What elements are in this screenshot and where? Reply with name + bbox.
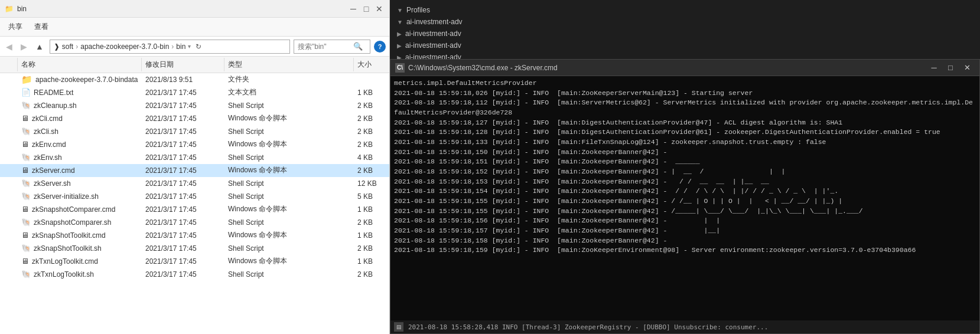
cmd-file-icon: 🖥 xyxy=(21,114,29,123)
file-cell-checkbox xyxy=(0,92,18,93)
file-cell-type: Shell Script xyxy=(224,218,354,227)
minimize-button[interactable]: ─ xyxy=(348,4,359,14)
col-header-name[interactable]: 名称 xyxy=(18,58,142,71)
view-label: 查看 xyxy=(34,22,48,32)
table-row[interactable]: 🖥 zkTxnLogToolkit.cmd 2021/3/17 17:45 Wi… xyxy=(0,255,389,268)
help-icon[interactable]: ? xyxy=(374,41,386,53)
table-row[interactable]: 🐚 zkEnv.sh 2021/3/17 17:45 Shell Script … xyxy=(0,151,389,164)
file-cell-size: 2 KB xyxy=(354,218,389,227)
file-name-label: zkCleanup.sh xyxy=(34,101,77,110)
file-cell-size: 1 KB xyxy=(354,231,389,240)
table-row[interactable]: 🐚 zkServer-initialize.sh 2021/3/17 17:45… xyxy=(0,190,389,203)
file-cell-type: Shell Script xyxy=(224,244,354,253)
address-path[interactable]: ❱ soft › apache-zookeeper-3.7.0-bin › bi… xyxy=(50,40,290,54)
file-cell-size: 4 KB xyxy=(354,153,389,162)
chevron-down-icon: ▾ xyxy=(188,43,191,50)
cmd-line: 2021-08-18 15:59:18,157 [myid:] - INFO [… xyxy=(394,226,976,236)
cmd-line: 2021-08-18 15:59:18,158 [myid:] - INFO [… xyxy=(394,236,976,246)
file-cell-modified: 2021/3/17 17:45 xyxy=(142,205,224,214)
vscode-sidebar-item[interactable]: ▼ Profiles xyxy=(395,5,975,15)
breadcrumb-zookeeper[interactable]: apache-zookeeper-3.7.0-bin xyxy=(80,42,169,51)
file-cell-name: 🖥 zkSnapShotToolkit.cmd xyxy=(18,230,142,240)
cmd-content[interactable]: metrics.impl.DefaultMetricsProvider2021-… xyxy=(390,76,979,320)
col-header-type[interactable]: 类型 xyxy=(224,58,354,71)
file-cell-type: Shell Script xyxy=(224,192,354,201)
file-cell-size: 2 KB xyxy=(354,127,389,136)
close-button[interactable]: ✕ xyxy=(374,4,385,14)
file-cell-type: Shell Script xyxy=(224,179,354,188)
cmd-line: 2021-08-18 15:59:18,128 [myid:] - INFO [… xyxy=(394,127,976,137)
vscode-folder-label: ai-investment-adv xyxy=(405,41,461,50)
file-cell-modified: 2021/3/17 17:45 xyxy=(142,101,224,110)
maximize-button[interactable]: □ xyxy=(361,4,372,14)
file-cell-type: 文本文档 xyxy=(224,87,354,98)
table-row[interactable]: 🐚 zkCleanup.sh 2021/3/17 17:45 Shell Scr… xyxy=(0,99,389,112)
search-box[interactable]: 🔍 xyxy=(294,40,370,54)
cmd-line: 2021-08-18 15:59:18,154 [myid:] - INFO [… xyxy=(394,186,976,197)
share-button[interactable]: 共享 xyxy=(5,21,26,33)
shell-icon: 🐚 xyxy=(21,179,31,188)
file-cell-name: 🐚 zkServer.sh xyxy=(18,178,142,188)
folder-icon-title: 📁 xyxy=(5,5,14,13)
file-name-label: zkSnapShotToolkit.sh xyxy=(34,244,102,253)
table-row[interactable]: 🐚 zkServer.sh 2021/3/17 17:45 Shell Scri… xyxy=(0,177,389,190)
file-name-label: zkCli.cmd xyxy=(32,114,63,123)
table-row[interactable]: 🐚 zkSnapShotToolkit.sh 2021/3/17 17:45 S… xyxy=(0,242,389,255)
file-cell-modified: 2021/3/17 17:45 xyxy=(142,153,224,162)
cmd-minimize-button[interactable]: ─ xyxy=(926,62,942,74)
cmd-line: 2021-08-18 15:59:18,133 [myid:] - INFO [… xyxy=(394,137,976,148)
window-title: bin xyxy=(17,5,27,13)
file-cell-checkbox xyxy=(0,170,18,171)
file-cell-checkbox xyxy=(0,183,18,184)
share-label: 共享 xyxy=(8,22,22,32)
table-row[interactable]: 🖥 zkCli.cmd 2021/3/17 17:45 Windows 命令脚本… xyxy=(0,112,389,125)
table-row[interactable]: 🐚 zkCli.sh 2021/3/17 17:45 Shell Script … xyxy=(0,125,389,138)
col-header-modified[interactable]: 修改日期 xyxy=(142,58,224,71)
doc-icon: 📄 xyxy=(21,88,31,97)
title-bar-controls: ─ □ ✕ xyxy=(348,4,385,14)
table-row[interactable]: 📄 README.txt 2021/3/17 17:45 文本文档 1 KB xyxy=(0,86,389,99)
file-cell-modified: 2021/3/17 17:45 xyxy=(142,218,224,227)
forward-button[interactable]: ▶ xyxy=(18,41,30,53)
status-text: 2021-08-18 15:58:28,418 INFO [Thread-3] … xyxy=(408,323,768,331)
table-row[interactable]: 🖥 zkEnv.cmd 2021/3/17 17:45 Windows 命令脚本… xyxy=(0,138,389,151)
col-header-size[interactable]: 大小 xyxy=(354,58,389,71)
breadcrumb-soft[interactable]: soft xyxy=(62,42,73,51)
file-cell-checkbox xyxy=(0,196,18,197)
shell-icon: 🐚 xyxy=(21,101,31,110)
file-cell-type: Windows 命令脚本 xyxy=(224,113,354,124)
table-row[interactable]: 📁 apache-zookeeper-3.7.0-bindata 2021/8/… xyxy=(0,73,389,86)
shell-icon: 🐚 xyxy=(21,192,31,201)
breadcrumb-bin[interactable]: bin xyxy=(176,42,185,51)
cmd-file-icon: 🖥 xyxy=(21,205,29,214)
file-cell-type: Shell Script xyxy=(224,101,354,110)
search-input[interactable] xyxy=(298,42,351,51)
file-cell-checkbox xyxy=(0,157,18,158)
file-name-label: README.txt xyxy=(34,89,73,97)
vscode-sidebar-item[interactable]: ▼ ai-investment-adv xyxy=(395,17,975,27)
shell-icon: 🐚 xyxy=(21,270,31,279)
file-cell-size: 2 KB xyxy=(354,140,389,149)
cmd-close-button[interactable]: ✕ xyxy=(959,62,975,74)
vscode-sidebar: ▼ Profiles ▼ ai-investment-adv ▶ ai-inve… xyxy=(390,2,980,59)
sep1: › xyxy=(76,42,78,51)
table-row[interactable]: 🖥 zkSnapshotComparer.cmd 2021/3/17 17:45… xyxy=(0,203,389,216)
table-row[interactable]: 🖥 zkServer.cmd 2021/3/17 17:45 Windows 命… xyxy=(0,164,389,177)
table-row[interactable]: 🖥 zkSnapShotToolkit.cmd 2021/3/17 17:45 … xyxy=(0,229,389,242)
refresh-button[interactable]: ↻ xyxy=(196,42,201,51)
view-button[interactable]: 查看 xyxy=(31,21,52,33)
vscode-sidebar-item[interactable]: ▶ ai-investment-adv xyxy=(395,40,975,51)
file-cell-type: 文件夹 xyxy=(224,74,354,85)
sep2: › xyxy=(171,42,174,51)
cmd-line: 2021-08-18 15:59:18,155 [myid:] - INFO [… xyxy=(394,207,976,217)
up-button[interactable]: ▲ xyxy=(33,41,46,53)
file-name-label: zkSnapshotComparer.cmd xyxy=(32,205,115,214)
file-cell-name: 🐚 zkSnapshotComparer.sh xyxy=(18,217,142,227)
back-button[interactable]: ◀ xyxy=(4,41,15,53)
file-cell-type: Shell Script xyxy=(224,270,354,279)
table-row[interactable]: 🐚 zkSnapshotComparer.sh 2021/3/17 17:45 … xyxy=(0,216,389,229)
table-row[interactable]: 🐚 zkTxnLogToolkit.sh 2021/3/17 17:45 She… xyxy=(0,268,389,281)
vscode-sidebar-item[interactable]: ▶ ai-investment-adv xyxy=(395,28,975,39)
cmd-maximize-button[interactable]: □ xyxy=(943,62,958,74)
vscode-panel: ▼ Profiles ▼ ai-investment-adv ▶ ai-inve… xyxy=(390,0,980,59)
